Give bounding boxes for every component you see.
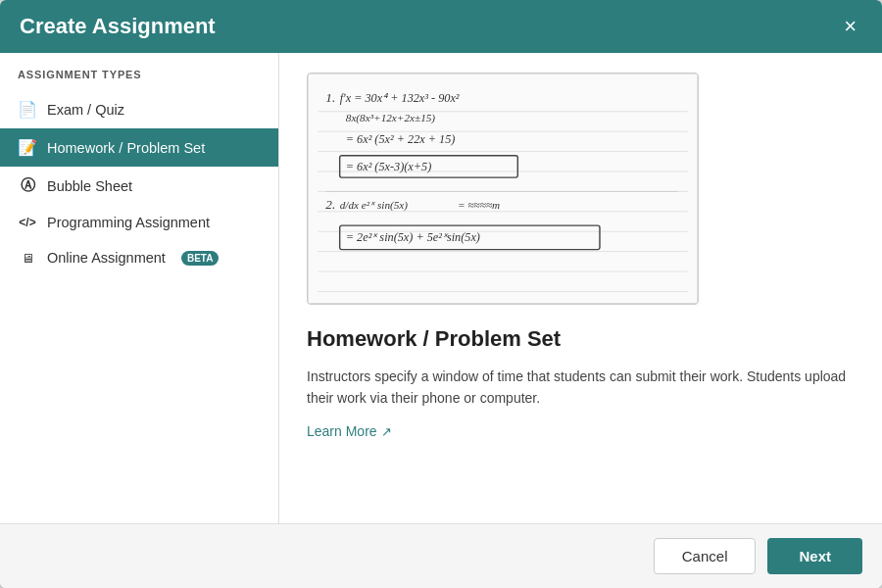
sidebar-item-online[interactable]: 🖥 Online Assignment BETA [0,240,278,275]
sidebar-item-label: Programming Assignment [47,215,210,230]
svg-text:2.: 2. [325,197,335,212]
bubble-sheet-icon: Ⓐ [18,176,37,195]
modal-title: Create Assignment [20,14,216,39]
math-preview-image: 1. f'x = 30x⁴ + 132x³ - 90x² 8x(8x³+12x+… [307,73,699,305]
svg-text:= 6x² (5x-3)(x+5): = 6x² (5x-3)(x+5) [346,160,431,173]
sidebar-section-label: ASSIGNMENT TYPES [0,69,278,90]
next-button[interactable]: Next [767,538,862,574]
sidebar: ASSIGNMENT TYPES 📄 Exam / Quiz 📝 Homewor… [0,53,279,523]
create-assignment-modal: Create Assignment × ASSIGNMENT TYPES 📄 E… [0,0,882,588]
svg-text:d/dx e²ˣ sin(5x): d/dx e²ˣ sin(5x) [340,199,409,212]
homework-icon: 📝 [18,138,37,157]
modal-header: Create Assignment × [0,0,882,53]
exam-quiz-icon: 📄 [18,100,37,119]
sidebar-item-label: Online Assignment [47,250,166,266]
sidebar-item-label: Exam / Quiz [47,102,124,118]
svg-text:1.: 1. [325,90,335,105]
cancel-button[interactable]: Cancel [654,538,757,574]
svg-text:f'x = 30x⁴ + 132x³ - 90x²: f'x = 30x⁴ + 132x³ - 90x² [340,91,460,105]
content-description: Instructors specify a window of time tha… [307,366,855,410]
learn-more-link[interactable]: Learn More ↗ [307,423,392,439]
svg-text:8x(8x³+12x+2x±15): 8x(8x³+12x+2x±15) [346,112,436,124]
close-button[interactable]: × [838,14,862,39]
external-link-icon: ↗ [381,424,392,439]
sidebar-item-programming[interactable]: </> Programming Assignment [0,205,278,240]
modal-body: ASSIGNMENT TYPES 📄 Exam / Quiz 📝 Homewor… [0,53,882,523]
svg-text:= ≈≈≈≈m: = ≈≈≈≈m [458,199,500,211]
svg-text:= 2e²ˣ sin(5x) + 5e²ˣsin(5x): = 2e²ˣ sin(5x) + 5e²ˣsin(5x) [346,230,480,244]
sidebar-item-bubble-sheet[interactable]: Ⓐ Bubble Sheet [0,167,278,205]
svg-text:= 6x² (5x² + 22x + 15): = 6x² (5x² + 22x + 15) [346,132,456,146]
modal-footer: Cancel Next [0,523,882,588]
sidebar-item-homework[interactable]: 📝 Homework / Problem Set [0,128,278,167]
sidebar-item-exam-quiz[interactable]: 📄 Exam / Quiz [0,90,278,128]
content-area: 1. f'x = 30x⁴ + 132x³ - 90x² 8x(8x³+12x+… [279,53,882,523]
sidebar-item-label: Bubble Sheet [47,178,132,194]
svg-rect-0 [308,74,698,304]
beta-badge: BETA [181,251,219,266]
sidebar-item-label: Homework / Problem Set [47,140,205,156]
online-icon: 🖥 [18,251,37,266]
learn-more-label: Learn More [307,423,377,439]
content-title: Homework / Problem Set [307,326,855,352]
programming-icon: </> [18,216,37,229]
